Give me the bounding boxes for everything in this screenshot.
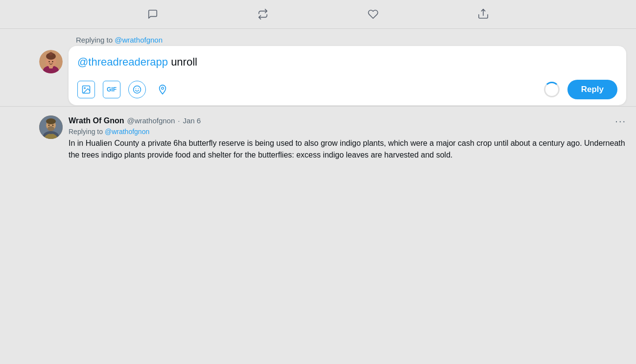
tweet-dot: · (178, 116, 180, 125)
retweet-icon[interactable] (258, 9, 268, 20)
tweet-meta: Wrath Of Gnon @wrathofgnon · Jan 6 (69, 116, 201, 125)
tweet-content: In in Hualien County a private 6ha butte… (69, 137, 626, 161)
composer-body: unroll (168, 56, 197, 68)
toolbar-right: Reply (544, 80, 617, 99)
replying-to-mention[interactable]: @wrathofgnon (115, 36, 163, 44)
svg-point-8 (48, 61, 49, 62)
toolbar-icons: GIF (77, 81, 171, 98)
svg-point-9 (52, 61, 53, 62)
tweet-body: Wrath Of Gnon @wrathofgnon · Jan 6 ··· R… (69, 115, 626, 161)
tweet-header: Wrath Of Gnon @wrathofgnon · Jan 6 ··· (69, 115, 626, 127)
comment-icon[interactable] (147, 9, 158, 20)
tweet-avatar (39, 115, 63, 139)
tweet-replying-prefix: Replying to (69, 128, 105, 136)
image-icon[interactable] (77, 81, 95, 98)
svg-point-15 (162, 87, 164, 90)
composer-avatar (39, 50, 63, 73)
svg-point-13 (136, 88, 137, 89)
tweet-replying-mention[interactable]: @wrathofgnon (105, 128, 149, 136)
svg-point-11 (84, 88, 86, 89)
more-options-icon[interactable]: ··· (615, 115, 626, 127)
svg-point-20 (46, 118, 56, 124)
svg-point-19 (47, 126, 54, 131)
svg-point-14 (138, 88, 139, 89)
action-bar (0, 0, 636, 29)
tweet-replying-to: Replying to @wrathofgnon (69, 128, 626, 136)
svg-point-22 (52, 125, 53, 126)
composer-toolbar: GIF (77, 80, 617, 99)
tweet-author-name: Wrath Of Gnon (69, 116, 124, 125)
composer-text[interactable]: @threadreaderapp unroll (77, 55, 617, 70)
loading-spinner (544, 82, 560, 97)
gif-label: GIF (107, 86, 117, 93)
emoji-icon[interactable] (128, 81, 146, 98)
share-icon[interactable] (478, 9, 489, 20)
tweet-date: Jan 6 (183, 116, 201, 125)
composer-box: @threadreaderapp unroll GIF (69, 46, 626, 105)
reply-button[interactable]: Reply (567, 80, 617, 99)
composer-mention: @threadreaderapp (77, 56, 168, 68)
tweet-author-handle[interactable]: @wrathofgnon (127, 116, 175, 125)
location-icon[interactable] (154, 81, 171, 98)
replying-to-prefix: Replying to (76, 36, 115, 44)
gif-icon[interactable]: GIF (103, 81, 120, 98)
svg-point-12 (134, 86, 141, 93)
svg-point-21 (48, 125, 49, 126)
tweet-section: Wrath Of Gnon @wrathofgnon · Jan 6 ··· R… (0, 106, 636, 170)
heart-icon[interactable] (368, 9, 378, 20)
reply-context: Replying to @wrathofgnon (0, 29, 636, 46)
composer-row: @threadreaderapp unroll GIF (0, 46, 636, 105)
svg-point-7 (49, 52, 53, 56)
